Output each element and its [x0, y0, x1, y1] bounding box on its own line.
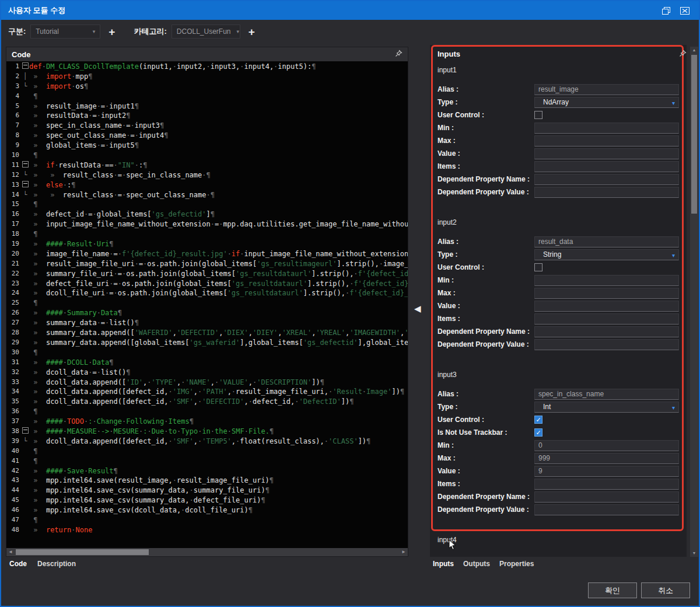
field-input[interactable] [534, 479, 679, 490]
field-checkbox[interactable]: ✓ [534, 428, 542, 437]
whitespace-mark: ¶ [126, 368, 130, 376]
field-select[interactable]: NdArray▾ [534, 97, 679, 108]
fold-margin [21, 446, 29, 456]
field-input[interactable]: 999 [534, 453, 679, 464]
tab-inputs[interactable]: Inputs [433, 560, 454, 568]
vertical-scrollbar[interactable]: ▲ ▼ [690, 47, 698, 557]
whitespace-mark: ¶ [135, 141, 139, 149]
line-number: 36 [6, 407, 21, 417]
whitespace-mark: ¶ [33, 92, 37, 100]
field-input[interactable] [534, 148, 679, 159]
scroll-right-icon[interactable]: ► [400, 548, 408, 556]
field-input[interactable] [534, 504, 679, 515]
collapse-panel-arrow[interactable]: ◀ [414, 304, 421, 314]
field-select[interactable]: String▾ [534, 249, 679, 260]
field-input[interactable] [534, 339, 679, 350]
field-input[interactable]: spec_in_class_name [534, 389, 679, 400]
line-number: 6 [6, 111, 21, 121]
vertical-scroll-thumb[interactable] [691, 55, 697, 214]
tab-code[interactable]: Code [9, 560, 27, 568]
restore-button[interactable] [659, 5, 673, 16]
field-input[interactable] [534, 123, 679, 134]
field-input[interactable]: 0 [534, 440, 679, 451]
code-text: ¶ [29, 348, 408, 358]
code-text: ¶ [29, 298, 408, 308]
tab-outputs[interactable]: Outputs [463, 560, 490, 568]
whitespace-mark: · [228, 427, 232, 435]
field-input[interactable] [534, 135, 679, 146]
horizontal-scrollbar[interactable]: ◄ ► [6, 548, 408, 556]
code-text: » mpp.intel64.save_csv(summary_data,·def… [29, 496, 408, 505]
field-checkbox[interactable]: ✓ [534, 416, 542, 424]
line-number: 38 [6, 427, 21, 437]
field-label: Value : [438, 149, 460, 158]
fold-marker[interactable] [22, 161, 29, 168]
field-input[interactable]: result_data [534, 236, 679, 247]
fold-margin [21, 407, 29, 417]
close-button[interactable] [678, 5, 692, 16]
field-input[interactable] [534, 187, 679, 198]
field-input[interactable] [534, 313, 679, 325]
field-input[interactable] [534, 275, 679, 286]
field-input[interactable] [534, 491, 679, 503]
line-number: 7 [6, 121, 21, 131]
tab-properties[interactable]: Properties [499, 560, 534, 568]
fold-marker[interactable] [22, 181, 29, 187]
field-select[interactable]: Int▾ [534, 402, 679, 413]
field-control [534, 161, 679, 172]
fold-marker[interactable] [22, 427, 29, 434]
field-input[interactable] [534, 288, 679, 299]
code-line: 17 » input_image_file_name_without_exten… [6, 219, 408, 229]
code-editor[interactable]: 1def·DM_CLASS_DcollTemplate(input1,·inpu… [6, 62, 408, 547]
field-label: Dependent Property Name : [438, 327, 530, 336]
category-dropdown[interactable]: DCOLL_UserFun ▾ [172, 25, 240, 39]
scroll-down-icon[interactable]: ▼ [690, 550, 698, 557]
fold-marker[interactable] [22, 62, 29, 69]
horizontal-scroll-thumb[interactable] [16, 549, 149, 555]
line-number: 40 [6, 446, 21, 456]
code-token: 'IMAGEWIDTH' [349, 329, 400, 337]
code-token [37, 427, 46, 435]
field-label: User Control : [438, 416, 484, 424]
field-row: Type :NdArray▾ [438, 96, 679, 109]
code-token: DCOLL [67, 358, 88, 367]
field-input[interactable] [534, 301, 679, 312]
cancel-button[interactable]: 취소 [641, 582, 690, 598]
whitespace-mark: · [147, 427, 151, 435]
field-input[interactable] [534, 161, 679, 172]
code-token: #### [46, 417, 63, 425]
code-token: the [215, 427, 228, 435]
code-text: ¶ [29, 456, 408, 466]
field-checkbox[interactable] [534, 263, 542, 271]
pin-icon[interactable] [679, 49, 687, 60]
scroll-up-icon[interactable]: ▲ [690, 47, 698, 54]
field-row: Min :0 [438, 439, 679, 452]
pin-icon[interactable] [395, 49, 402, 60]
code-token: ].strip(), [337, 260, 379, 268]
scroll-left-icon[interactable]: ◄ [6, 548, 15, 556]
horizontal-scroll-track[interactable] [15, 548, 400, 556]
add-gubun-button[interactable]: + [104, 26, 120, 37]
field-input[interactable]: result_image [534, 84, 679, 95]
line-number: 3 [6, 82, 21, 92]
code-token: os.path.join(global_items[ [147, 260, 257, 268]
add-category-button[interactable]: + [244, 26, 260, 37]
gubun-dropdown[interactable]: Tutorial ▾ [30, 25, 100, 39]
tab-description[interactable]: Description [37, 560, 76, 568]
close-icon [680, 7, 690, 15]
code-line: 40 ¶ [6, 446, 408, 456]
code-token [37, 161, 46, 169]
fold-margin [21, 249, 29, 259]
code-line: 21 » result_image_file_uri·=·os.path.joi… [6, 259, 408, 269]
ok-button[interactable]: 확인 [588, 582, 637, 598]
code-token: spec_out_class_name [37, 131, 126, 139]
field-input[interactable]: 9 [534, 466, 679, 477]
code-token: ] [206, 210, 211, 218]
field-row: Value : [438, 147, 679, 160]
field-control: ✓ [534, 428, 679, 437]
field-checkbox[interactable] [534, 111, 542, 119]
field-input[interactable] [534, 326, 679, 337]
whitespace-mark: · [324, 437, 328, 445]
field-input[interactable] [534, 174, 679, 185]
code-token [37, 417, 46, 425]
